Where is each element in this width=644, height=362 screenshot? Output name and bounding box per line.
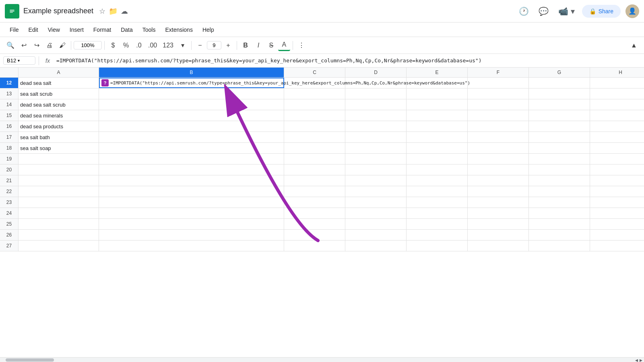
- cell-e18[interactable]: [407, 143, 468, 153]
- row-num-26[interactable]: 26: [0, 230, 19, 240]
- col-header-a[interactable]: A: [19, 68, 99, 77]
- row-num-16[interactable]: 16: [0, 121, 19, 132]
- cell-c16[interactable]: [284, 121, 345, 132]
- italic-button[interactable]: I: [252, 40, 264, 51]
- row-num-15[interactable]: 15: [0, 110, 19, 121]
- col-header-b[interactable]: B: [99, 68, 284, 77]
- cell-e17[interactable]: [407, 132, 468, 142]
- cell-f15[interactable]: [468, 110, 529, 121]
- cell-h12[interactable]: [590, 78, 644, 88]
- row-num-17[interactable]: 17: [0, 132, 19, 142]
- cell-b16[interactable]: [99, 121, 284, 132]
- menu-view[interactable]: View: [44, 25, 64, 35]
- col-header-h[interactable]: H: [590, 68, 644, 77]
- cell-g18[interactable]: [529, 143, 590, 153]
- collapse-icon[interactable]: ▲: [628, 40, 640, 51]
- cell-d14[interactable]: [345, 99, 407, 110]
- col-header-f[interactable]: F: [468, 68, 529, 77]
- cell-b13[interactable]: [99, 88, 284, 99]
- cell-b17[interactable]: [99, 132, 284, 142]
- video-icon[interactable]: 📹 ▾: [556, 4, 577, 19]
- font-size-plus[interactable]: +: [222, 40, 234, 51]
- cell-f17[interactable]: [468, 132, 529, 142]
- cell-e13[interactable]: [407, 88, 468, 99]
- cell-h17[interactable]: [590, 132, 644, 142]
- menu-help[interactable]: Help: [198, 25, 218, 35]
- cell-c17[interactable]: [284, 132, 345, 142]
- col-header-g[interactable]: G: [529, 68, 590, 77]
- redo-icon[interactable]: ↪: [31, 40, 43, 51]
- font-size-input[interactable]: 9: [207, 41, 221, 49]
- paint-format-icon[interactable]: 🖌: [56, 40, 68, 51]
- cell-a14[interactable]: dead sea salt scrub: [19, 99, 99, 110]
- cell-d13[interactable]: [345, 88, 407, 99]
- cell-g17[interactable]: [529, 132, 590, 142]
- cloud-icon[interactable]: ☁: [121, 7, 128, 16]
- row-num-19[interactable]: 19: [0, 154, 19, 164]
- menu-tools[interactable]: Tools: [138, 25, 160, 35]
- currency-icon[interactable]: $: [107, 40, 119, 51]
- col-header-e[interactable]: E: [407, 68, 468, 77]
- cell-g15[interactable]: [529, 110, 590, 121]
- font-size-minus[interactable]: −: [194, 40, 206, 51]
- cell-e15[interactable]: [407, 110, 468, 121]
- print-icon[interactable]: 🖨: [43, 40, 56, 51]
- row-num-14[interactable]: 14: [0, 99, 19, 110]
- menu-data[interactable]: Data: [117, 25, 137, 35]
- menu-format[interactable]: Format: [89, 25, 115, 35]
- row-num-24[interactable]: 24: [0, 208, 19, 218]
- search-icon[interactable]: 🔍: [4, 40, 17, 51]
- cell-g12[interactable]: [529, 78, 590, 88]
- cell-b15[interactable]: [99, 110, 284, 121]
- cell-a15[interactable]: dead sea minerals: [19, 110, 99, 121]
- menu-insert[interactable]: Insert: [66, 25, 88, 35]
- cell-f12[interactable]: [468, 78, 529, 88]
- row-num-21[interactable]: 21: [0, 175, 19, 186]
- cell-a19[interactable]: [19, 154, 99, 164]
- more-options-icon[interactable]: ⋮: [295, 40, 308, 51]
- cell-h16[interactable]: [590, 121, 644, 132]
- cell-d16[interactable]: [345, 121, 407, 132]
- col-header-d[interactable]: D: [345, 68, 407, 77]
- folder-icon[interactable]: 📁: [109, 7, 118, 16]
- format-type-icon[interactable]: 123: [160, 40, 176, 51]
- cell-d15[interactable]: [345, 110, 407, 121]
- percent-icon[interactable]: %: [120, 40, 132, 51]
- cell-a17[interactable]: sea salt bath: [19, 132, 99, 142]
- horizontal-scrollbar[interactable]: [6, 358, 54, 362]
- cell-g16[interactable]: [529, 121, 590, 132]
- col-header-c[interactable]: C: [284, 68, 345, 77]
- cell-a18[interactable]: sea salt soap: [19, 143, 99, 153]
- row-num-12[interactable]: 12: [0, 78, 19, 88]
- row-num-23[interactable]: 23: [0, 197, 19, 208]
- cell-b12[interactable]: ? =IMPORTDATA("https://api.semrush.com/?…: [99, 78, 284, 88]
- cell-h15[interactable]: [590, 110, 644, 121]
- decimal-decrease-icon[interactable]: .0: [133, 40, 145, 51]
- row-num-22[interactable]: 22: [0, 186, 19, 197]
- row-num-20[interactable]: 20: [0, 165, 19, 175]
- cell-d17[interactable]: [345, 132, 407, 142]
- cell-h14[interactable]: [590, 99, 644, 110]
- cell-b19[interactable]: [99, 154, 284, 164]
- scroll-right-icon[interactable]: ▸: [640, 357, 642, 362]
- star-icon[interactable]: ☆: [99, 7, 105, 16]
- avatar[interactable]: 👤: [625, 4, 639, 18]
- cell-c15[interactable]: [284, 110, 345, 121]
- cell-a13[interactable]: sea salt scrub: [19, 88, 99, 99]
- bold-button[interactable]: B: [239, 40, 252, 51]
- cell-f14[interactable]: [468, 99, 529, 110]
- comment-icon[interactable]: 💬: [536, 4, 551, 19]
- strikethrough-button[interactable]: S: [265, 40, 277, 51]
- cell-c18[interactable]: [284, 143, 345, 153]
- row-num-13[interactable]: 13: [0, 88, 19, 99]
- font-color-button[interactable]: A: [278, 39, 290, 51]
- cell-ref-dropdown[interactable]: ▾: [18, 58, 20, 63]
- cell-f18[interactable]: [468, 143, 529, 153]
- cell-e16[interactable]: [407, 121, 468, 132]
- decimal-increase-icon[interactable]: .00: [146, 40, 159, 51]
- undo-icon[interactable]: ↩: [18, 40, 30, 51]
- cell-a12[interactable]: dead sea salt: [19, 78, 99, 88]
- cell-b14[interactable]: [99, 99, 284, 110]
- cell-c13[interactable]: [284, 88, 345, 99]
- zoom-selector[interactable]: 100%: [74, 41, 102, 49]
